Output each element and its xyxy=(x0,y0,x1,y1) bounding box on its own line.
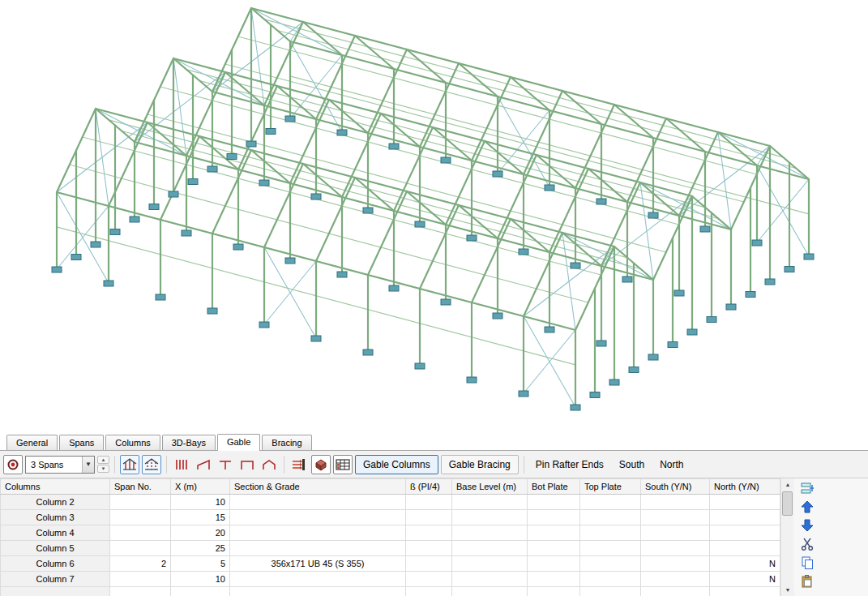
table-cell[interactable] xyxy=(230,587,406,596)
gable-bracing-button[interactable]: Gable Bracing xyxy=(441,455,519,474)
move-row-down-button[interactable] xyxy=(799,517,815,534)
table-cell[interactable] xyxy=(406,510,452,525)
table-cell[interactable] xyxy=(528,572,580,587)
spinner-up-icon[interactable]: ▲ xyxy=(97,456,109,464)
table-cell[interactable] xyxy=(580,587,641,596)
pin-rafter-ends-button[interactable]: Pin Rafter Ends xyxy=(529,455,610,474)
copy-button[interactable] xyxy=(799,555,815,571)
spinner-down-icon[interactable]: ▼ xyxy=(97,465,109,473)
flat-frame-button[interactable] xyxy=(237,455,257,474)
chevron-down-icon[interactable]: ▼ xyxy=(82,457,94,473)
table-cell[interactable] xyxy=(406,541,452,556)
table-cell[interactable] xyxy=(230,525,406,541)
table-cell[interactable]: 356x171 UB 45 (S 355) xyxy=(230,556,406,572)
table-cell[interactable] xyxy=(710,495,780,510)
table-cell[interactable] xyxy=(110,510,171,525)
move-row-up-button[interactable] xyxy=(799,499,815,515)
table-cell[interactable] xyxy=(580,495,641,510)
table-cell[interactable]: N xyxy=(710,572,780,587)
tab-spans[interactable]: Spans xyxy=(59,435,104,450)
gable-posts-alt-button[interactable] xyxy=(142,455,161,474)
tab-columns[interactable]: Columns xyxy=(105,435,160,450)
table-cell[interactable]: 5 xyxy=(171,556,230,572)
table-cell[interactable]: 20 xyxy=(171,525,230,541)
view-target-button[interactable] xyxy=(3,455,23,474)
table-cell[interactable] xyxy=(580,572,641,587)
table-cell[interactable] xyxy=(641,556,710,572)
table-cell[interactable] xyxy=(452,587,528,596)
table-cell[interactable] xyxy=(641,541,710,556)
table-cell[interactable] xyxy=(230,541,406,556)
row-header-cell[interactable]: Column 6 xyxy=(1,556,110,572)
row-header-cell[interactable]: Column 2 xyxy=(1,495,110,510)
table-cell[interactable] xyxy=(528,556,580,572)
tab-general[interactable]: General xyxy=(6,435,58,450)
table-cell[interactable] xyxy=(110,495,171,510)
table-cell[interactable] xyxy=(528,587,580,596)
table-cell[interactable] xyxy=(452,556,528,572)
table-cell[interactable] xyxy=(110,525,171,541)
table-cell[interactable] xyxy=(230,510,406,525)
tab-3d-bays[interactable]: 3D-Bays xyxy=(162,435,216,450)
table-cell[interactable] xyxy=(528,510,580,525)
table-cell[interactable] xyxy=(230,572,406,587)
table-cell[interactable] xyxy=(452,541,528,556)
scroll-down-icon[interactable]: ▼ xyxy=(781,584,794,596)
table-cell[interactable] xyxy=(452,525,528,541)
gable-frame-button[interactable] xyxy=(259,455,279,474)
table-cell[interactable] xyxy=(710,510,780,525)
table-cell[interactable] xyxy=(580,525,641,541)
table-cell[interactable] xyxy=(452,495,528,510)
table-cell[interactable] xyxy=(641,572,710,587)
table-cell[interactable] xyxy=(641,495,710,510)
table-cell[interactable] xyxy=(528,495,580,510)
table-cell[interactable]: N xyxy=(710,556,780,572)
paste-button[interactable] xyxy=(799,573,815,590)
tee-frame-button[interactable] xyxy=(216,455,235,474)
model-3d-viewport[interactable] xyxy=(0,0,868,433)
vertical-scrollbar[interactable]: ▲ ▼ xyxy=(780,478,793,596)
table-cell[interactable] xyxy=(110,541,171,556)
tab-gable[interactable]: Gable xyxy=(217,434,260,451)
table-cell[interactable] xyxy=(641,510,710,525)
north-button[interactable]: North xyxy=(653,455,690,474)
table-cell[interactable]: 25 xyxy=(171,541,230,556)
gable-columns-button[interactable]: Gable Columns xyxy=(355,455,438,474)
table-cell[interactable]: 10 xyxy=(171,495,230,510)
row-header-cell[interactable]: Column 4 xyxy=(1,525,110,541)
spans-combobox[interactable]: 3 Spans ▼ xyxy=(25,456,95,474)
table-cell[interactable] xyxy=(452,572,528,587)
table-cell[interactable] xyxy=(406,525,452,541)
table-cell[interactable] xyxy=(710,587,780,596)
table-cell[interactable] xyxy=(641,587,710,596)
tab-bracing[interactable]: Bracing xyxy=(262,435,311,450)
table-cell[interactable] xyxy=(528,541,580,556)
table-cell[interactable] xyxy=(110,572,171,587)
gable-posts-button[interactable] xyxy=(120,455,139,474)
table-cell[interactable]: 2 xyxy=(110,556,171,572)
mono-slope-frame-button[interactable] xyxy=(194,455,213,474)
multi-bay-button[interactable] xyxy=(172,455,191,474)
table-cell[interactable] xyxy=(406,587,452,596)
cut-button[interactable] xyxy=(799,536,815,552)
table-cell[interactable] xyxy=(528,525,580,541)
row-header-cell[interactable]: Column 3 xyxy=(1,510,110,525)
table-cell[interactable]: 10 xyxy=(171,572,230,587)
cube-3d-button[interactable] xyxy=(311,455,331,474)
south-button[interactable]: South xyxy=(613,455,651,474)
table-cell[interactable] xyxy=(452,510,528,525)
table-cell[interactable] xyxy=(710,541,780,556)
table-cell[interactable] xyxy=(641,525,710,541)
scroll-thumb[interactable] xyxy=(782,491,793,516)
table-cell[interactable] xyxy=(406,556,452,572)
table-cell[interactable] xyxy=(171,587,230,596)
row-header-cell[interactable]: Column 5 xyxy=(1,541,110,556)
table-cell[interactable]: 15 xyxy=(171,510,230,525)
table-cell[interactable] xyxy=(230,495,406,510)
table-cell[interactable] xyxy=(710,525,780,541)
table-cell[interactable] xyxy=(580,510,641,525)
table-cell[interactable] xyxy=(406,572,452,587)
table-cell[interactable] xyxy=(580,556,641,572)
table-cell[interactable] xyxy=(110,587,171,596)
table-cell[interactable] xyxy=(580,541,641,556)
